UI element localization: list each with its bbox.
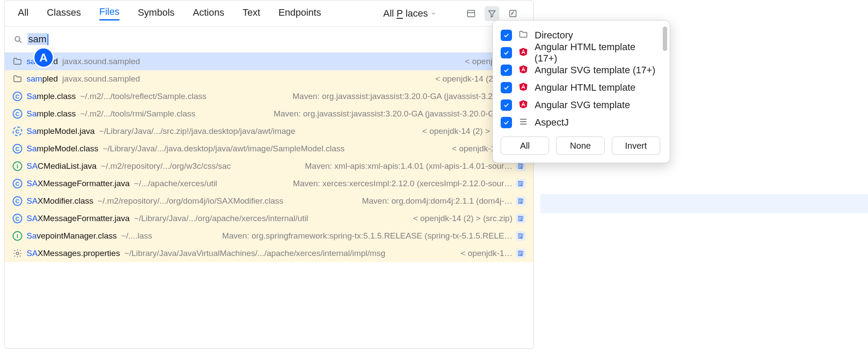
result-path: ~/.m2/repository/.../org/dom4j/io/SAXMod… [98, 196, 283, 206]
filter-item[interactable]: Angular SVG template (17+) [501, 61, 660, 79]
result-row[interactable]: CSample.class ~/.m2/.../tools/reflect/Sa… [5, 88, 533, 105]
result-name: SACMediaList.java [27, 161, 97, 171]
filter-item-label: Angular HTML template (17+) [535, 41, 660, 64]
library-badge-icon [516, 249, 526, 258]
result-name: SavepointManager.class [27, 231, 117, 241]
checkbox[interactable] [501, 65, 512, 76]
filter-item-label: Angular HTML template [535, 82, 636, 93]
class-file-icon: C [13, 196, 22, 206]
filter-item[interactable]: Angular HTML template (17+) [501, 44, 660, 61]
class-file-icon: C [13, 144, 22, 154]
result-location: Maven: xerces:xercesImpl:2.12.0 (xercesI… [293, 179, 526, 188]
filter-item-label: Angular SVG template (17+) [535, 65, 655, 76]
result-name: SampleModel.java [27, 126, 95, 136]
result-location: Maven: org.dom4j:dom4j:2.1.1 (dom4j-… [362, 196, 526, 206]
checkbox[interactable] [501, 99, 512, 111]
result-path: ~/.m2/.../tools/rmi/Sample.class [80, 109, 196, 119]
filter-all-button[interactable]: All [501, 137, 549, 155]
svg-point-7 [16, 252, 19, 255]
result-path: ~/.m2/repository/.../org/w3c/css/sac [101, 161, 231, 171]
result-row[interactable]: sampled javax.sound.sampled< openjdk-14 … [5, 70, 533, 88]
result-location: Maven: org.javassist:javassist:3.20.0-GA… [292, 92, 526, 101]
tab-actions[interactable]: Actions [193, 7, 224, 20]
result-name: sampled [27, 74, 58, 84]
result-row[interactable]: CSAXModifier.class ~/.m2/repository/.../… [5, 192, 533, 210]
interface-file-icon: I [13, 231, 22, 241]
text-caret [47, 34, 48, 45]
result-name: SAXMessageFormatter.java [27, 179, 130, 188]
result-row[interactable]: ISavepointManager.class ~/....lassMaven:… [5, 227, 533, 245]
svg-rect-0 [468, 10, 475, 17]
result-row[interactable]: CSAXMessageFormatter.java ~/Library/Java… [5, 210, 533, 227]
result-row[interactable]: ISACMediaList.java ~/.m2/repository/.../… [5, 157, 533, 175]
filter-popup: DirectoryAngular HTML template (17+)Angu… [492, 20, 670, 163]
gear-icon [13, 249, 22, 258]
result-row[interactable]: CSampleModel.java ~/Library/Java/.../src… [5, 123, 533, 140]
library-badge-icon [516, 231, 526, 241]
tab-endpoints[interactable]: Endpoints [278, 7, 321, 20]
preview-toggle-button[interactable] [464, 6, 478, 21]
library-badge-icon [516, 214, 526, 223]
scrollbar[interactable] [663, 27, 667, 51]
result-name: SAXModifier.class [27, 196, 93, 206]
result-path: ~/Library/Java/JavaVirtualMachines/.../a… [124, 249, 385, 258]
angular-icon [519, 82, 528, 92]
results-list: sampled javax.sound.sampled< openjdk-14 … [5, 53, 533, 348]
checkbox[interactable] [501, 117, 512, 128]
result-row[interactable]: sampled javax.sound.sampled< openjdk-14 … [5, 53, 533, 70]
layout-icon [466, 9, 476, 18]
result-location: < openjdk-14 (2) > (src.zip) [413, 214, 526, 223]
result-qualifier: javax.sound.sampled [62, 74, 140, 84]
search-input[interactable]: sam [27, 34, 48, 45]
search-icon [14, 35, 23, 44]
result-name: SampleModel.class [27, 144, 98, 154]
filter-item[interactable]: Angular HTML template [501, 79, 660, 96]
filter-item[interactable]: Angular SVG template [501, 96, 660, 114]
result-row[interactable]: CSAXMessageFormatter.java ~/.../apache/x… [5, 175, 533, 192]
checkbox[interactable] [501, 30, 512, 41]
toolbar-icons [464, 6, 520, 21]
open-in-tool-window-button[interactable] [505, 6, 520, 21]
filter-item[interactable]: AspectJ [501, 114, 660, 131]
checkbox[interactable] [501, 47, 512, 58]
result-path: ~/....lass [121, 231, 152, 241]
tab-all[interactable]: All [18, 7, 28, 20]
filter-item-label: AspectJ [535, 117, 569, 128]
angular-icon [519, 47, 528, 57]
result-name: SAXMessageFormatter.java [27, 214, 130, 223]
collapse-icon [508, 9, 518, 18]
result-location: Maven: xml-apis:xml-apis:1.4.01 (xml-api… [305, 161, 526, 171]
tab-classes[interactable]: Classes [47, 7, 81, 20]
folder-icon [13, 74, 22, 84]
svg-line-6 [20, 41, 22, 43]
result-row[interactable]: SAXMessages.properties ~/Library/Java/Ja… [5, 245, 533, 262]
filter-buttons: All None Invert [501, 137, 660, 155]
angular-icon [519, 99, 528, 109]
class-file-icon: C [13, 179, 22, 188]
result-name: SAXMessages.properties [27, 249, 120, 258]
svg-line-4 [512, 11, 514, 14]
scope-dropdown[interactable]: All Places [383, 8, 437, 19]
chevron-down-icon [431, 10, 437, 17]
tab-files[interactable]: Files [99, 6, 119, 20]
folder-icon [519, 30, 528, 39]
tab-text[interactable]: Text [243, 7, 260, 20]
result-location: Maven: org.springframework:spring-tx:5.1… [222, 231, 526, 241]
angular-icon [519, 65, 528, 74]
result-location: < openjdk-1… [461, 249, 526, 258]
class-file-icon: C [13, 92, 22, 101]
result-location: Maven: org.javassist:javassist:3.20.0-GA… [274, 109, 526, 119]
filter-none-button[interactable]: None [556, 137, 604, 155]
funnel-icon [487, 9, 497, 18]
class-file-icon: C [13, 214, 22, 223]
filter-button[interactable] [485, 6, 499, 21]
callout-bubble: A [33, 47, 54, 68]
filter-invert-button[interactable]: Invert [612, 137, 660, 155]
selection-highlight-band [540, 194, 868, 213]
result-row[interactable]: CSampleModel.class ~/Library/Java/.../ja… [5, 140, 533, 157]
checkbox[interactable] [501, 82, 512, 93]
library-badge-icon [516, 196, 526, 206]
tab-symbols[interactable]: Symbols [138, 7, 174, 20]
result-row[interactable]: CSample.class ~/.m2/.../tools/rmi/Sample… [5, 105, 533, 123]
search-input-value: sam [27, 33, 47, 45]
